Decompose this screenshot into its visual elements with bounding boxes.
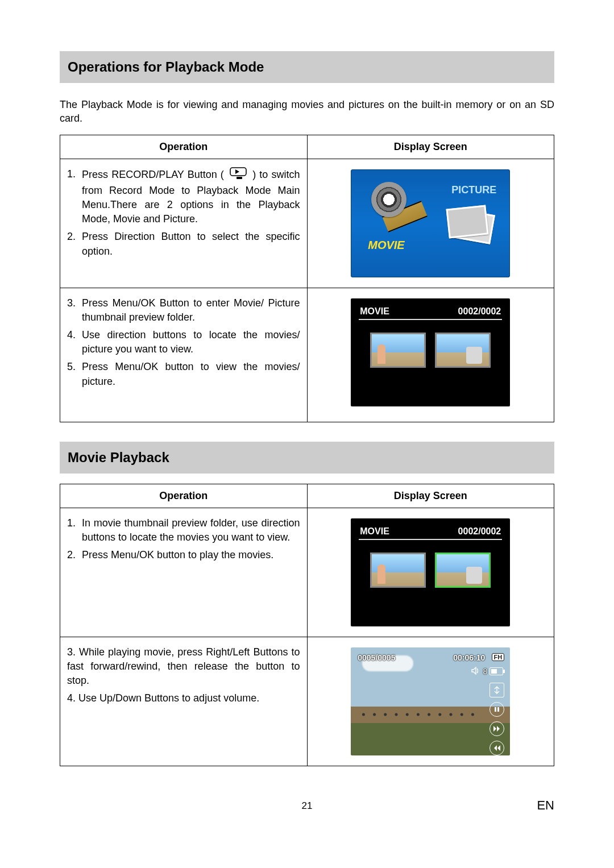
list-item-number: 3. <box>67 296 82 325</box>
list-item: 3. Press Menu/OK Button to enter Movie/ … <box>67 296 300 325</box>
thumbnail <box>435 333 491 368</box>
section-title: Movie Playback <box>68 450 169 466</box>
section1-intro-text: The Playback Mode is for viewing and man… <box>60 98 554 126</box>
list-item: 4. Use direction buttons to locate the m… <box>67 328 300 356</box>
table-movie-playback: Operation Display Screen 1. In movie thu… <box>60 484 554 766</box>
screen-movie-thumbnails: MOVIE 0002/0002 <box>351 298 510 406</box>
movie-reel-icon <box>371 182 413 224</box>
list-item-number: 1. <box>67 167 82 227</box>
svg-rect-3 <box>495 707 496 712</box>
crowd-graphic <box>355 710 492 719</box>
thumbnail <box>370 553 426 588</box>
list-item-text: 4. Use Up/Down Buttons to adjust volume. <box>67 691 300 705</box>
rewind-icon <box>489 741 504 755</box>
battery-icon <box>489 667 503 675</box>
section-heading-playback-ops: Operations for Playback Mode <box>60 51 554 83</box>
screen-movie-thumbnails-selected: MOVIE 0002/0002 <box>351 518 510 626</box>
screen-counter: 0002/0002 <box>458 526 501 537</box>
hud-index: 0005/0005 <box>358 653 395 662</box>
list-item-text: Press RECORD/PLAY Button ( ) to switch f… <box>82 167 300 227</box>
table-row: 1. In movie thumbnail preview folder, us… <box>60 508 554 637</box>
list-item-text: In movie thumbnail preview folder, use d… <box>82 516 300 545</box>
display-screen-cell: MOVIE 0002/0002 <box>307 508 554 637</box>
col-header-display-screen: Display Screen <box>307 135 554 159</box>
col-header-display-screen: Display Screen <box>307 484 554 508</box>
svg-marker-1 <box>235 169 239 174</box>
table-row: 3. While playing movie, press Right/Left… <box>60 637 554 766</box>
fast-forward-icon <box>489 721 504 736</box>
label-movie: MOVIE <box>368 239 404 252</box>
svg-marker-6 <box>497 726 500 732</box>
list-item-number: 2. <box>67 230 82 258</box>
list-item-text-pre: Press RECORD/PLAY Button ( <box>82 169 227 180</box>
screen-movie-playing: 0005/0005 00:06:10 FH 8 <box>351 647 510 755</box>
svg-rect-4 <box>497 707 499 712</box>
thumbnail-row <box>367 333 494 368</box>
list-item: 2. Press Menu/OK button to play the movi… <box>67 548 300 562</box>
operation-cell: 1. In movie thumbnail preview folder, us… <box>60 508 308 637</box>
screen-title: MOVIE <box>360 306 389 317</box>
svg-marker-7 <box>497 745 500 751</box>
col-header-operation: Operation <box>60 135 308 159</box>
screen-title: MOVIE <box>360 526 389 537</box>
list-item-text: Use direction buttons to locate the movi… <box>82 328 300 356</box>
section-heading-movie-playback: Movie Playback <box>60 442 554 474</box>
operation-cell: 3. Press Menu/OK Button to enter Movie/ … <box>60 288 308 422</box>
display-screen-cell: PICTURE MOVIE <box>307 159 554 288</box>
list-item: 3. While playing movie, press Right/Left… <box>67 645 300 688</box>
list-item-text: Press Menu/OK Button to enter Movie/ Pic… <box>82 296 300 325</box>
page-footer: 21 EN <box>60 800 554 812</box>
record-play-button-icon <box>230 167 247 184</box>
screen-counter: 0002/0002 <box>458 306 501 317</box>
hud-icon-column <box>489 683 504 755</box>
list-item: 1. In movie thumbnail preview folder, us… <box>67 516 300 545</box>
label-picture: PICTURE <box>451 184 496 196</box>
list-item-text: Press Direction Button to select the spe… <box>82 230 300 258</box>
list-item-text: 3. While playing movie, press Right/Left… <box>67 645 300 688</box>
svg-marker-8 <box>494 745 497 751</box>
svg-rect-2 <box>237 177 242 179</box>
thumbnail-row <box>367 553 494 588</box>
hud-elapsed-time: 00:06:10 <box>453 653 485 662</box>
list-item: 4. Use Up/Down Buttons to adjust volume. <box>67 691 300 705</box>
volume-adjust-icon <box>489 683 504 697</box>
page-number: 21 <box>60 800 554 812</box>
svg-marker-5 <box>493 726 496 732</box>
thumbnail <box>370 333 426 368</box>
thumbnail-selected <box>435 553 491 588</box>
table-playback-ops: Operation Display Screen 1. Press RECORD… <box>60 135 554 422</box>
list-item-text: Press Menu/OK button to play the movies. <box>82 548 300 562</box>
hud-volume-value: 8 <box>483 667 487 676</box>
operation-cell: 1. Press RECORD/PLAY Button ( ) to s <box>60 159 308 288</box>
display-screen-cell: 0005/0005 00:06:10 FH 8 <box>307 637 554 766</box>
table-row: 1. Press RECORD/PLAY Button ( ) to s <box>60 159 554 288</box>
list-item-number: 1. <box>67 516 82 545</box>
picture-stack-icon <box>445 206 494 242</box>
col-header-operation: Operation <box>60 484 308 508</box>
divider-line <box>359 539 502 540</box>
operation-cell: 3. While playing movie, press Right/Left… <box>60 637 308 766</box>
list-item: 1. Press RECORD/PLAY Button ( ) to s <box>67 167 300 227</box>
display-screen-cell: MOVIE 0002/0002 <box>307 288 554 422</box>
pause-icon <box>489 702 504 717</box>
list-item: 2. Press Direction Button to select the … <box>67 230 300 258</box>
divider-line <box>359 319 502 320</box>
list-item-text: Press Menu/OK button to view the movies/… <box>82 360 300 388</box>
list-item-number: 2. <box>67 548 82 562</box>
list-item-number: 4. <box>67 328 82 356</box>
table-row: 3. Press Menu/OK Button to enter Movie/ … <box>60 288 554 422</box>
screen-playback-main-menu: PICTURE MOVIE <box>351 169 510 277</box>
hud-volume-battery: 8 <box>471 667 503 676</box>
volume-icon <box>471 667 480 676</box>
page-language: EN <box>537 798 554 813</box>
list-item: 5. Press Menu/OK button to view the movi… <box>67 360 300 388</box>
hud-resolution-badge: FH <box>492 653 505 661</box>
list-item-number: 5. <box>67 360 82 388</box>
section-title: Operations for Playback Mode <box>68 59 264 75</box>
